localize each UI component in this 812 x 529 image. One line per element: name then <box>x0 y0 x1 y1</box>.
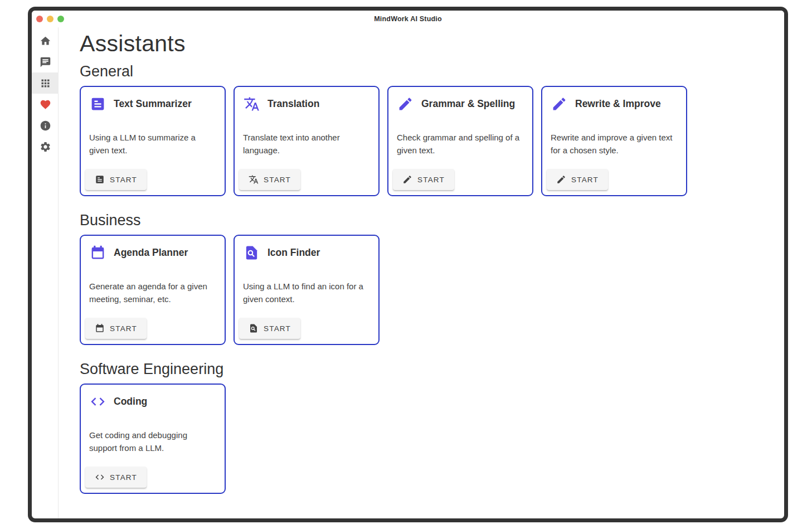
find-icon-icon <box>244 245 260 261</box>
card-title: Translation <box>268 98 319 110</box>
card-header: Text Summarizer <box>90 96 219 112</box>
article-icon <box>95 174 105 185</box>
apps-icon <box>40 77 51 89</box>
assistant-card-agenda-planner[interactable]: Agenda Planner Generate an agenda for a … <box>80 235 226 345</box>
info-icon <box>40 120 51 132</box>
sidebar-item-chats[interactable] <box>32 51 59 72</box>
assistant-card-text-summarizer[interactable]: Text Summarizer Using a LLM to summarize… <box>80 86 226 196</box>
start-button-label: START <box>571 176 599 184</box>
card-row: Text Summarizer Using a LLM to summarize… <box>80 86 784 196</box>
sidebar <box>32 27 59 518</box>
card-description: Rewrite and improve a given text for a c… <box>551 132 675 157</box>
card-header: Rewrite & Improve <box>551 96 680 112</box>
card-description: Using a LLM to find an icon for a given … <box>243 280 367 305</box>
window-title: MindWork AI Studio <box>374 15 442 23</box>
card-title: Grammar & Spelling <box>421 98 515 110</box>
start-button[interactable]: START <box>85 318 147 339</box>
edit-icon <box>551 96 567 112</box>
start-button-label: START <box>264 176 291 184</box>
sections-container: General Text Summarizer Using a LLM to s… <box>80 62 784 494</box>
card-header: Icon Finder <box>244 245 373 261</box>
chat-icon <box>40 56 51 68</box>
start-button[interactable]: START <box>85 467 147 488</box>
sidebar-item-settings[interactable] <box>32 136 59 157</box>
card-row: Coding Get coding and debugging support … <box>80 384 784 494</box>
card-header: Agenda Planner <box>90 245 219 261</box>
translate-icon <box>244 96 260 112</box>
assistant-card-translation[interactable]: Translation Translate text into another … <box>234 86 380 196</box>
app-body: Assistants General Text Summarizer Using… <box>32 27 784 518</box>
assistant-section: General Text Summarizer Using a LLM to s… <box>80 62 784 196</box>
start-button-label: START <box>264 324 291 333</box>
sidebar-item-favorites[interactable] <box>32 94 59 115</box>
home-icon <box>40 35 51 47</box>
section-heading: Software Engineering <box>80 360 784 378</box>
maximize-window-button[interactable] <box>57 16 64 22</box>
start-button-label: START <box>110 473 137 482</box>
translate-icon <box>249 174 259 185</box>
section-heading: Business <box>80 211 784 230</box>
main-content: Assistants General Text Summarizer Using… <box>59 27 784 518</box>
start-button[interactable]: START <box>547 169 608 190</box>
page-title: Assistants <box>80 31 784 56</box>
start-button-label: START <box>417 176 445 184</box>
settings-icon <box>40 141 51 153</box>
code-icon <box>90 394 106 410</box>
start-button[interactable]: START <box>239 169 300 190</box>
heart-icon <box>40 99 51 110</box>
start-button-label: START <box>110 176 137 184</box>
start-button[interactable]: START <box>85 169 147 190</box>
section-heading: General <box>80 62 784 81</box>
app-window: MindWork AI Studio Assistants General Te… <box>28 7 788 522</box>
card-title: Coding <box>114 396 147 407</box>
assistant-card-icon-finder[interactable]: Icon Finder Using a LLM to find an icon … <box>234 235 380 345</box>
card-header: Grammar & Spelling <box>397 96 527 112</box>
title-bar: MindWork AI Studio <box>32 11 784 27</box>
sidebar-item-assistants[interactable] <box>32 72 59 94</box>
assistant-card-rewrite-improve[interactable]: Rewrite & Improve Rewrite and improve a … <box>541 86 687 196</box>
edit-icon <box>397 96 414 112</box>
card-description: Generate an agenda for a given meeting, … <box>89 280 213 305</box>
start-button-label: START <box>110 324 137 333</box>
find-icon-icon <box>249 323 259 333</box>
card-description: Translate text into another language. <box>243 132 367 157</box>
card-description: Get coding and debugging support from a … <box>89 429 213 454</box>
card-description: Using a LLM to summarize a given text. <box>89 132 213 157</box>
card-title: Icon Finder <box>268 247 320 259</box>
card-title: Text Summarizer <box>114 98 192 110</box>
assistant-card-coding[interactable]: Coding Get coding and debugging support … <box>80 384 226 494</box>
card-row: Agenda Planner Generate an agenda for a … <box>80 235 784 345</box>
window-controls <box>36 16 64 22</box>
edit-icon <box>556 174 566 185</box>
calendar-icon <box>90 245 106 261</box>
assistant-card-grammar-spelling[interactable]: Grammar & Spelling Check grammar and spe… <box>387 86 533 196</box>
start-button[interactable]: START <box>393 169 454 190</box>
card-header: Translation <box>244 96 373 112</box>
card-title: Rewrite & Improve <box>575 98 661 110</box>
card-title: Agenda Planner <box>114 247 188 259</box>
sidebar-item-home[interactable] <box>32 30 59 51</box>
card-header: Coding <box>90 394 219 410</box>
close-window-button[interactable] <box>36 16 43 22</box>
assistant-section: Business Agenda Planner Generate an agen… <box>80 211 784 345</box>
code-icon <box>95 472 105 482</box>
assistant-section: Software Engineering Coding Get coding a… <box>80 360 784 494</box>
start-button[interactable]: START <box>239 318 300 339</box>
edit-icon <box>402 174 412 185</box>
calendar-icon <box>95 323 105 333</box>
minimize-window-button[interactable] <box>47 16 54 22</box>
card-description: Check grammar and spelling of a given te… <box>397 132 521 157</box>
article-icon <box>90 96 106 112</box>
sidebar-item-about[interactable] <box>32 115 59 136</box>
